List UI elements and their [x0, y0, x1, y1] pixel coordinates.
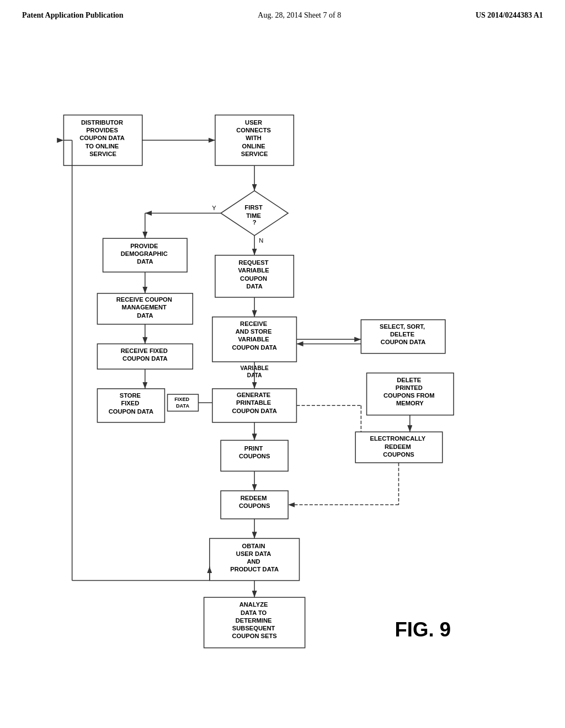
generate-printable-text: GENERATE PRINTABLE COUPON DATA — [232, 392, 277, 414]
page-header: Patent Application Publication Aug. 28, … — [22, 11, 543, 20]
fig-label: FIG. 9 — [395, 618, 451, 641]
page: Patent Application Publication Aug. 28, … — [0, 0, 565, 728]
header-right: US 2014/0244383 A1 — [476, 11, 543, 20]
header-center: Aug. 28, 2014 Sheet 7 of 8 — [258, 11, 341, 20]
y-label: Y — [212, 205, 216, 211]
n-label: N — [259, 237, 263, 244]
diagram-area: DISTRIBUTOR PROVIDES COUPON DATA TO ONLI… — [22, 31, 543, 693]
header-left: Patent Application Publication — [22, 11, 124, 20]
flowchart-svg: DISTRIBUTOR PROVIDES COUPON DATA TO ONLI… — [22, 31, 543, 693]
